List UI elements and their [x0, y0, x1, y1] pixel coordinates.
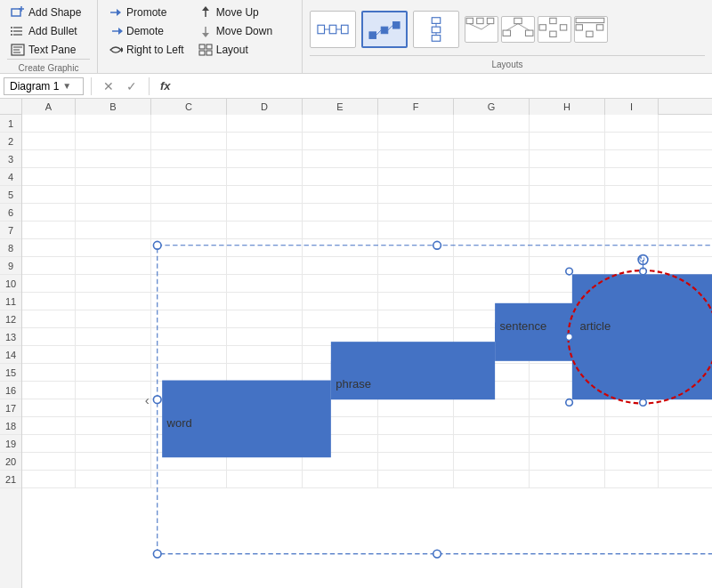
cell-H15[interactable] — [530, 364, 605, 381]
layout-icon-6[interactable] — [538, 16, 571, 43]
cell-F12[interactable] — [378, 310, 454, 327]
cell-G16[interactable] — [454, 382, 530, 399]
cell-A1[interactable] — [22, 115, 76, 132]
cell-G15[interactable] — [454, 364, 530, 381]
cell-E21[interactable] — [303, 471, 378, 487]
cell-H11[interactable] — [530, 293, 605, 310]
cell-H6[interactable] — [530, 204, 605, 221]
cell-A21[interactable] — [22, 471, 76, 487]
cell-B5[interactable] — [76, 186, 151, 203]
cell-F7[interactable] — [378, 222, 454, 238]
cell-C15[interactable] — [151, 364, 227, 381]
cell-F13[interactable] — [378, 328, 454, 345]
cell-H16[interactable] — [530, 382, 605, 399]
cell-C8[interactable] — [151, 239, 227, 256]
cell-I4[interactable] — [605, 168, 659, 185]
cell-C6[interactable] — [151, 204, 227, 221]
cell-F16[interactable] — [378, 382, 454, 399]
cell-F21[interactable] — [378, 471, 454, 487]
cell-A19[interactable] — [22, 435, 76, 452]
cell-G21[interactable] — [454, 471, 530, 487]
cell-C7[interactable] — [151, 222, 227, 238]
cell-A10[interactable] — [22, 275, 76, 292]
cell-H18[interactable] — [530, 417, 605, 434]
cell-E2[interactable] — [303, 133, 378, 149]
cell-E11[interactable] — [303, 293, 378, 310]
layout-icon-5[interactable] — [501, 16, 535, 43]
cell-F18[interactable] — [378, 417, 454, 434]
cell-I7[interactable] — [605, 222, 659, 238]
formula-input[interactable] — [178, 80, 708, 93]
cell-D12[interactable] — [227, 310, 303, 327]
layout-icon-7[interactable] — [574, 16, 608, 43]
cell-C2[interactable] — [151, 133, 227, 149]
cell-F3[interactable] — [378, 150, 454, 167]
cell-D14[interactable] — [227, 346, 303, 363]
cell-F10[interactable] — [378, 275, 454, 292]
add-bullet-button[interactable]: Add Bullet — [7, 22, 90, 40]
cell-E15[interactable] — [303, 364, 378, 381]
cell-I8[interactable] — [605, 239, 659, 256]
cell-B14[interactable] — [76, 346, 151, 363]
cell-B17[interactable] — [76, 399, 151, 416]
cell-H2[interactable] — [530, 133, 605, 149]
cell-A15[interactable] — [22, 364, 76, 381]
cell-H12[interactable] — [530, 310, 605, 327]
cell-F8[interactable] — [378, 239, 454, 256]
cell-D6[interactable] — [227, 204, 303, 221]
cell-C1[interactable] — [151, 115, 227, 132]
cell-H5[interactable] — [530, 186, 605, 203]
cell-G20[interactable] — [454, 453, 530, 470]
cell-E1[interactable] — [303, 115, 378, 132]
cell-D15[interactable] — [227, 364, 303, 381]
cell-I2[interactable] — [605, 133, 659, 149]
promote-button[interactable]: Promote — [105, 4, 188, 21]
cell-F5[interactable] — [378, 186, 454, 203]
cell-A12[interactable] — [22, 310, 76, 327]
cell-I6[interactable] — [605, 204, 659, 221]
cell-E14[interactable] — [303, 346, 378, 363]
cell-I9[interactable] — [605, 257, 659, 274]
cell-H3[interactable] — [530, 150, 605, 167]
cell-H14[interactable] — [530, 346, 605, 363]
cell-G19[interactable] — [454, 435, 530, 452]
cell-F4[interactable] — [378, 168, 454, 185]
cell-F2[interactable] — [378, 133, 454, 149]
cell-E18[interactable] — [303, 417, 378, 434]
cell-E20[interactable] — [303, 453, 378, 470]
cell-G7[interactable] — [454, 222, 530, 238]
cell-G10[interactable] — [454, 275, 530, 292]
cell-E4[interactable] — [303, 168, 378, 185]
cell-E17[interactable] — [303, 399, 378, 416]
cell-A2[interactable] — [22, 133, 76, 149]
cell-G3[interactable] — [454, 150, 530, 167]
cell-A9[interactable] — [22, 257, 76, 274]
cell-C11[interactable] — [151, 293, 227, 310]
cell-F19[interactable] — [378, 435, 454, 452]
cell-C3[interactable] — [151, 150, 227, 167]
layout-button[interactable]: Layout — [195, 41, 276, 59]
cell-A11[interactable] — [22, 293, 76, 310]
cell-C4[interactable] — [151, 168, 227, 185]
cell-A4[interactable] — [22, 168, 76, 185]
cell-E7[interactable] — [303, 222, 378, 238]
cell-C5[interactable] — [151, 186, 227, 203]
cell-D21[interactable] — [227, 471, 303, 487]
move-up-button[interactable]: Move Up — [195, 4, 276, 21]
cell-A18[interactable] — [22, 417, 76, 434]
cell-A20[interactable] — [22, 453, 76, 470]
cell-D4[interactable] — [227, 168, 303, 185]
name-box-dropdown-icon[interactable]: ▼ — [62, 81, 71, 91]
cell-A7[interactable] — [22, 222, 76, 238]
demote-button[interactable]: Demote — [105, 22, 188, 40]
cell-C12[interactable] — [151, 310, 227, 327]
cell-H21[interactable] — [530, 471, 605, 487]
cell-C9[interactable] — [151, 257, 227, 274]
cell-A6[interactable] — [22, 204, 76, 221]
cell-B16[interactable] — [76, 382, 151, 399]
cell-I14[interactable] — [605, 346, 659, 363]
cell-B4[interactable] — [76, 168, 151, 185]
cell-G17[interactable] — [454, 399, 530, 416]
cell-B9[interactable] — [76, 257, 151, 274]
cell-H17[interactable] — [530, 399, 605, 416]
